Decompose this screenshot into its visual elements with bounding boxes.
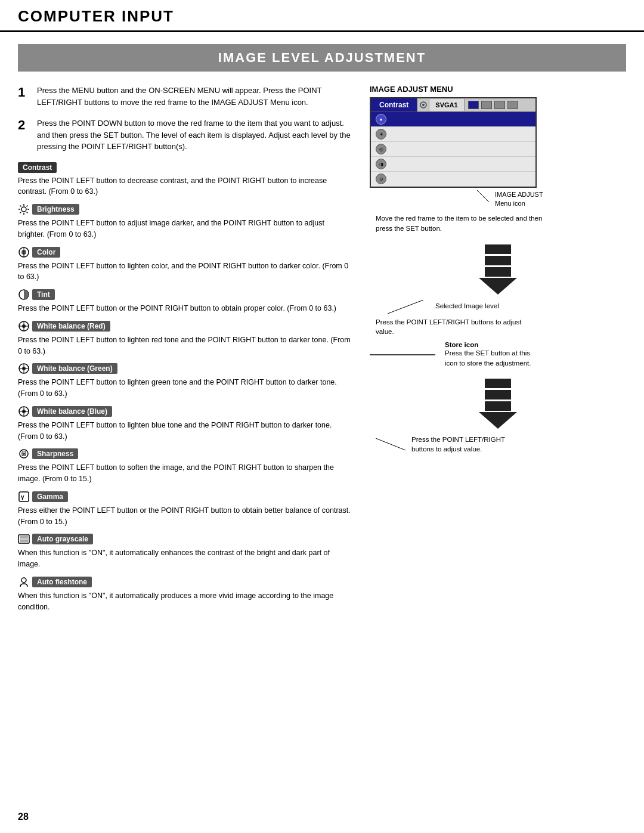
menu-wb-red: White balance (Red) Press the POINT LEFT… (18, 320, 352, 357)
svg-text:γ: γ (21, 494, 24, 500)
menu-wb-blue: White balance (Blue) Press the POINT LEF… (18, 405, 352, 442)
wb-green-label-row: White balance (Green) (18, 363, 352, 374)
tint-label: Tint (32, 289, 55, 300)
selected-image-level-text: Selected Image level (435, 302, 499, 309)
section-title: IMAGE LEVEL ADJUSTMENT (18, 50, 626, 66)
gamma-label: Gamma (32, 491, 68, 502)
svg-line-8 (20, 212, 21, 213)
brightness-label-row: Brightness (18, 203, 352, 215)
wb-green-desc: Press the POINT LEFT button to lighten g… (18, 377, 352, 400)
page-header: COMPUTER INPUT (0, 0, 644, 32)
screen-body: ● ☀ ◎ ◑ (371, 112, 535, 187)
auto-grayscale-icon (18, 533, 30, 545)
step-text-1: Press the MENU button and the ON-SCREEN … (37, 85, 352, 108)
wb-green-label: White balance (Green) (32, 363, 117, 374)
gamma-icon: γ (18, 491, 30, 503)
svg-line-35 (477, 190, 489, 202)
menu-color: Color Press the POINT LEFT button to lig… (18, 246, 352, 283)
screen-row-3: ◎ (371, 142, 535, 157)
auto-fleshtone-label-row: Auto fleshtone (18, 576, 352, 588)
svg-line-38 (376, 438, 405, 450)
menu-auto-grayscale: Auto grayscale When this function is "ON… (18, 533, 352, 570)
screen-icon-4 (507, 101, 518, 109)
wb-blue-desc: Press the POINT LEFT button to lighten b… (18, 420, 352, 442)
screen-icon-2 (481, 101, 492, 109)
menu-tint: Tint Press the POINT LEFT button or the … (18, 289, 352, 314)
svg-point-32 (21, 578, 26, 583)
store-icon-line-annotation: Store icon Press the SET button at this … (370, 341, 626, 367)
wb-green-icon (18, 363, 30, 374)
annotation-line-2 (376, 435, 411, 453)
point-lr-annotation-2: Press the POINT LEFT/RIGHT buttons to ad… (376, 435, 626, 454)
sharpness-icon (18, 448, 30, 460)
point-lr-text-2: Press the POINT LEFT/RIGHT buttons to ad… (411, 435, 525, 454)
page-number: 28 (18, 812, 29, 822)
screen-row-icon-5: ⊙ (376, 174, 386, 184)
screen-contrast-tab: Contrast (371, 98, 417, 112)
arrow-down-2 (370, 379, 626, 429)
gamma-desc: Press either the POINT LEFT button or th… (18, 505, 352, 528)
screen-icon-1 (468, 101, 479, 109)
svg-point-34 (422, 104, 425, 106)
screen-toolbar-icons (465, 100, 522, 110)
svg-line-5 (20, 206, 21, 207)
svg-line-7 (27, 206, 28, 207)
screen-row-icon-3: ◎ (376, 144, 386, 154)
step-number-1: 1 (18, 85, 30, 108)
wb-blue-icon (18, 405, 30, 417)
auto-grayscale-label: Auto grayscale (32, 534, 93, 544)
tint-icon (18, 289, 30, 301)
wb-red-label-row: White balance (Red) (18, 320, 352, 332)
contrast-label: Contrast (18, 162, 57, 173)
screen-row-icon-2: ☀ (376, 129, 386, 140)
menu-sharpness: Sharpness Press the POINT LEFT button to… (18, 448, 352, 485)
color-desc: Press the POINT LEFT button to lighten c… (18, 261, 352, 283)
auto-grayscale-label-row: Auto grayscale (18, 533, 352, 545)
wb-red-icon (18, 320, 30, 332)
step-text-2: Press the POINT DOWN button to move the … (37, 117, 352, 153)
screen-top-bar: Contrast SVGA1 (371, 98, 535, 112)
screen-row-icon-4: ◑ (376, 159, 386, 169)
image-adjust-menu-title: IMAGE ADJUST MENU (370, 85, 626, 94)
store-icon-text: Press the SET button at this icon to sto… (445, 348, 540, 367)
menu-gamma: γ Gamma Press either the POINT LEFT butt… (18, 491, 352, 528)
brightness-icon (18, 203, 30, 215)
point-lr-annotation-1: Press the POINT LEFT/RIGHT buttons to ad… (376, 317, 525, 336)
left-column: 1 Press the MENU button and the ON-SCREE… (18, 85, 364, 618)
content-wrapper: IMAGE LEVEL ADJUSTMENT 1 Press the MENU … (0, 32, 644, 642)
menu-icon-annotation-text: IMAGE ADJUSTMenu icon (495, 190, 543, 209)
menu-brightness: Brightness Press the POINT LEFT button t… (18, 203, 352, 240)
selected-image-level-annotation: Selected Image level (388, 297, 626, 315)
color-icon (18, 246, 30, 258)
tint-desc: Press the POINT LEFT button or the POINT… (18, 303, 352, 314)
tint-label-row: Tint (18, 289, 352, 301)
gamma-label-row: γ Gamma (18, 491, 352, 503)
auto-fleshtone-label: Auto fleshtone (32, 577, 92, 587)
red-frame-note: Move the red frame to the item to be sel… (376, 213, 543, 234)
arrow-down-1 (370, 244, 626, 295)
color-label-row: Color (18, 246, 352, 258)
two-col-layout: 1 Press the MENU button and the ON-SCREE… (18, 85, 626, 618)
screen-svga-label: SVGA1 (429, 99, 464, 111)
sharpness-desc: Press the POINT LEFT button to soften th… (18, 462, 352, 485)
store-icon-annotation: Store icon Press the SET button at this … (445, 341, 540, 367)
page-title: COMPUTER INPUT (18, 7, 626, 26)
color-label: Color (32, 247, 60, 258)
contrast-desc: Press the POINT LEFT button to decrease … (18, 175, 352, 198)
store-icon-label: Store icon (445, 341, 540, 348)
wb-red-label: White balance (Red) (32, 321, 110, 332)
svg-line-36 (388, 300, 423, 314)
brightness-label: Brightness (32, 204, 79, 215)
sharpness-label-row: Sharpness (18, 448, 352, 460)
step-number-2: 2 (18, 117, 30, 153)
screen-row-1: ● (371, 112, 535, 127)
screen-row-2: ☀ (371, 127, 535, 142)
step-2: 2 Press the POINT DOWN button to move th… (18, 117, 352, 153)
wb-blue-label: White balance (Blue) (32, 406, 112, 417)
auto-grayscale-desc: When this function is "ON", it automatic… (18, 547, 352, 570)
right-column: IMAGE ADJUST MENU Contrast SVGA1 (364, 85, 626, 618)
screen-row-5: ⊙ (371, 172, 535, 187)
screen-row-4: ◑ (371, 157, 535, 172)
brightness-desc: Press the POINT LEFT button to adjust im… (18, 218, 352, 240)
wb-red-desc: Press the POINT LEFT button to lighten r… (18, 335, 352, 357)
